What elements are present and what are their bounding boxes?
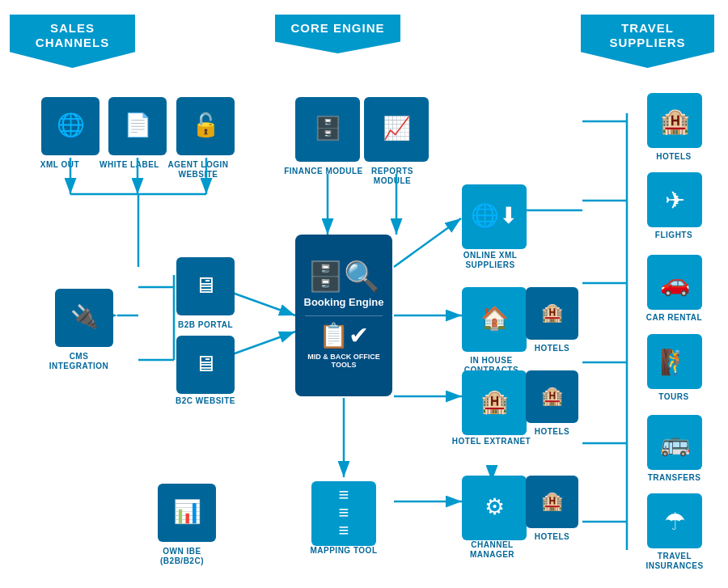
mapping-tool-label: MAPPING TOOL: [299, 546, 388, 556]
channel-hotels-label: HOTELS: [522, 532, 582, 542]
flights-label: FLIGHTS: [641, 231, 706, 240]
in-house-box[interactable]: 🏠: [462, 287, 527, 352]
booking-engine-db-icon: 🗄️🔍: [307, 262, 380, 291]
cms-icon: 🔌: [70, 306, 99, 328]
agent-login-box[interactable]: 🔓: [176, 97, 235, 155]
travel-insurances-icon: ☂: [664, 507, 686, 535]
mapping-tool-box[interactable]: ≡≡≡: [311, 481, 376, 546]
hotel-extranet-label: HOTEL EXTRANET: [449, 437, 534, 446]
b2c-website-box[interactable]: 🖥: [176, 336, 235, 394]
car-rental-label: CAR RENTAL: [636, 313, 713, 323]
finance-module-box[interactable]: 🗄️: [295, 97, 360, 162]
online-xml-box[interactable]: 🌐⬇: [462, 184, 527, 249]
flights-supplier-box[interactable]: ✈: [647, 172, 702, 227]
reports-module-label: REPORTS MODULE: [352, 167, 433, 186]
booking-engine-sub: MID & BACK OFFICE TOOLS: [295, 353, 392, 369]
hotels-icon: 🏨: [660, 107, 690, 135]
channel-manager-box[interactable]: ⚙: [462, 476, 527, 540]
hotels-supplier-box[interactable]: 🏨: [647, 93, 702, 148]
channel-manager-icon: ⚙: [485, 496, 505, 518]
in-house-hotels-label: HOTELS: [522, 344, 582, 353]
booking-engine-divider: [305, 315, 383, 316]
mapping-icon: ≡≡≡: [339, 486, 349, 539]
white-label-box[interactable]: 📄: [108, 97, 167, 155]
extranet-hotels-box: 🏨: [526, 370, 578, 423]
xml-out-icon: 🌐: [57, 114, 85, 137]
reports-module-box[interactable]: 📈: [364, 97, 429, 162]
travel-insurances-label: TRAVEL INSURANCES: [634, 552, 715, 571]
channel-hotels-box: 🏨: [526, 476, 578, 528]
b2c-website-label: B2C WEBSITE: [173, 396, 238, 406]
cms-integration-box[interactable]: 🔌: [55, 289, 113, 347]
in-house-icon: 🏠: [480, 307, 509, 330]
booking-engine-title: Booking Engine: [304, 296, 384, 309]
own-ibe-icon: 📊: [173, 501, 201, 523]
cms-integration-label: CMS INTEGRATION: [40, 352, 117, 371]
core-engine-banner: CORE ENGINE: [275, 15, 400, 53]
tours-supplier-box[interactable]: 🧗: [647, 334, 702, 389]
hotel-extranet-icon: 🏨: [480, 391, 509, 413]
flights-icon: ✈: [665, 186, 685, 214]
car-rental-icon: 🚗: [660, 269, 690, 297]
reports-icon: 📈: [383, 117, 411, 140]
extranet-hotels-icon: 🏨: [541, 387, 563, 405]
tours-icon: 🧗: [660, 348, 690, 376]
b2b-portal-label: B2B PORTAL: [173, 320, 238, 330]
booking-engine-check-icon: 📋✔: [319, 321, 369, 349]
xml-out-label: XML OUT: [31, 160, 89, 170]
channel-hotels-icon: 🏨: [541, 493, 563, 510]
transfers-label: TRANSFERS: [636, 473, 713, 483]
in-house-hotels-icon: 🏨: [541, 304, 563, 322]
transfers-supplier-box[interactable]: 🚌: [647, 415, 702, 470]
agent-login-label: AGENT LOGIN WEBSITE: [165, 160, 231, 180]
b2b-portal-box[interactable]: 🖥: [176, 257, 235, 315]
hotels-label: HOTELS: [641, 152, 706, 162]
agent-login-icon: 🔓: [192, 114, 220, 137]
b2c-website-icon: 🖥: [194, 353, 217, 375]
online-xml-label: ONLINE XML SUPPLIERS: [450, 251, 531, 270]
white-label-label: WHITE LABEL: [97, 160, 162, 170]
channel-manager-label: CHANNEL MANAGER: [450, 540, 535, 560]
own-ibe-label: OWN IBE (B2B/B2C): [142, 547, 222, 566]
booking-engine-box[interactable]: 🗄️🔍 Booking Engine 📋✔ MID & BACK OFFICE …: [295, 235, 392, 396]
xml-out-box[interactable]: 🌐: [41, 97, 99, 155]
b2b-portal-icon: 🖥: [194, 274, 217, 297]
car-rental-supplier-box[interactable]: 🚗: [647, 255, 702, 310]
in-house-hotels-box: 🏨: [526, 287, 578, 340]
extranet-hotels-label: HOTELS: [522, 427, 582, 437]
sales-channels-banner: SALES CHANNELS: [10, 15, 135, 68]
travel-suppliers-banner: TRAVEL SUPPLIERS: [581, 15, 714, 68]
tours-label: TOURS: [641, 392, 706, 402]
finance-icon: 🗄️: [314, 117, 342, 140]
travel-insurances-supplier-box[interactable]: ☂: [647, 493, 702, 548]
transfers-icon: 🚌: [660, 429, 690, 457]
hotel-extranet-box[interactable]: 🏨: [462, 370, 527, 435]
white-label-icon: 📄: [124, 114, 152, 137]
own-ibe-box[interactable]: 📊: [158, 484, 216, 542]
xml-globe-icon: 🌐⬇: [471, 205, 518, 227]
diagram: SALES CHANNELS CORE ENGINE TRAVEL SUPPLI…: [0, 0, 728, 588]
